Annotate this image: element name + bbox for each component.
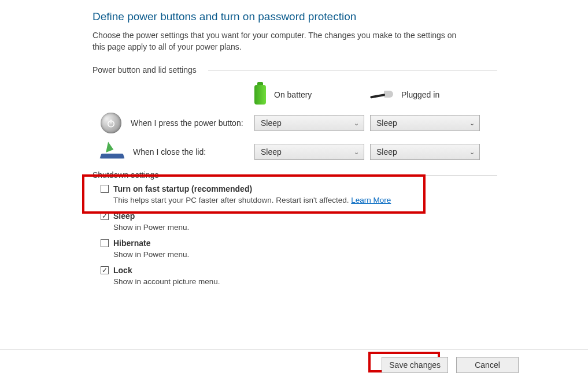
chevron-down-icon: ⌄ [469, 148, 475, 156]
close-lid-label: When I close the lid: [133, 147, 206, 157]
sleep-desc: Show in Power menu. [113, 223, 503, 232]
power-button-label: When I press the power button: [131, 118, 243, 128]
column-headers: On battery Plugged in [93, 85, 503, 105]
battery-icon [254, 85, 266, 105]
chevron-down-icon: ⌄ [354, 148, 359, 156]
sleep-checkbox[interactable] [101, 212, 109, 220]
page-description: Choose the power settings that you want … [93, 30, 463, 53]
close-lid-plugged-select[interactable]: Sleep ⌄ [370, 144, 480, 160]
footer: Save changes Cancel [0, 349, 588, 380]
power-button-battery-select[interactable]: Sleep ⌄ [254, 115, 364, 131]
fast-startup-checkbox[interactable] [101, 185, 109, 193]
shutdown-section-label: Shutdown settings [93, 170, 503, 180]
power-button-icon [101, 113, 121, 133]
close-lid-battery-select[interactable]: Sleep ⌄ [254, 144, 364, 160]
plug-icon [370, 90, 393, 100]
fast-startup-item: Turn on fast startup (recommended) This … [101, 184, 503, 204]
lid-icon [101, 144, 124, 159]
lock-checkbox[interactable] [101, 266, 109, 274]
power-button-plugged-select[interactable]: Sleep ⌄ [370, 115, 480, 131]
fast-startup-title: Turn on fast startup (recommended) [113, 184, 252, 193]
chevron-down-icon: ⌄ [469, 120, 475, 127]
lock-title: Lock [113, 266, 132, 275]
on-battery-header: On battery [254, 85, 370, 105]
lock-desc: Show in account picture menu. [113, 277, 503, 286]
hibernate-title: Hibernate [113, 239, 151, 248]
fast-startup-desc: This helps start your PC faster after sh… [113, 196, 503, 204]
learn-more-link[interactable]: Learn More [351, 196, 391, 204]
hibernate-checkbox[interactable] [101, 239, 109, 247]
power-lid-section-label: Power button and lid settings [93, 65, 503, 74]
power-button-row: When I press the power button: Sleep ⌄ S… [93, 113, 503, 133]
hibernate-desc: Show in Power menu. [113, 250, 503, 259]
cancel-button[interactable]: Cancel [456, 357, 519, 373]
save-changes-button[interactable]: Save changes [382, 357, 448, 373]
chevron-down-icon: ⌄ [354, 120, 359, 127]
plugged-in-header: Plugged in [370, 90, 486, 100]
hibernate-item: Hibernate Show in Power menu. [101, 239, 503, 259]
lock-item: Lock Show in account picture menu. [101, 266, 503, 286]
close-lid-row: When I close the lid: Sleep ⌄ Sleep ⌄ [93, 144, 503, 160]
sleep-title: Sleep [113, 211, 135, 221]
page-title: Define power buttons and turn on passwor… [93, 10, 503, 23]
sleep-item: Sleep Show in Power menu. [101, 211, 503, 232]
